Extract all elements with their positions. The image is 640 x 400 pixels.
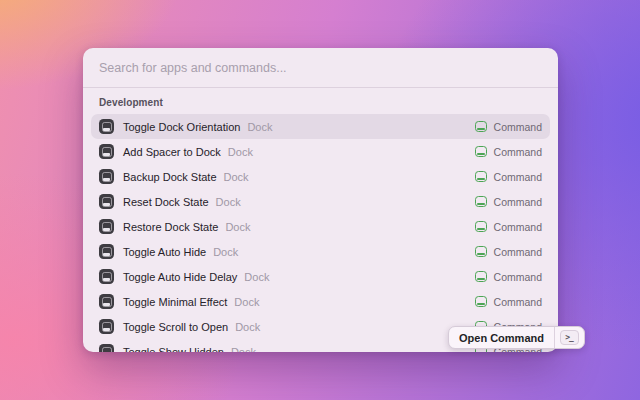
launcher-window: Development Toggle Dock Orientation Dock… (83, 48, 558, 352)
command-subtitle: Dock (224, 171, 249, 183)
dock-bar-glyph (103, 278, 110, 281)
command-type-label: Command (494, 121, 542, 133)
section-header-development: Development (91, 88, 550, 114)
list-item[interactable]: Toggle Minimal Effect Dock Command (91, 289, 550, 314)
terminal-prompt-icon: >_ (560, 330, 579, 345)
command-type-icon (475, 146, 487, 157)
list-item[interactable]: Backup Dock State Dock Command (91, 164, 550, 189)
command-type-label: Command (494, 296, 542, 308)
search-bar (83, 48, 558, 88)
list-item[interactable]: Add Spacer to Dock Dock Command (91, 139, 550, 164)
command-subtitle: Dock (244, 271, 269, 283)
dock-bar-glyph (103, 153, 110, 156)
command-type-label: Command (494, 146, 542, 158)
command-title: Restore Dock State (123, 221, 218, 233)
command-subtitle: Dock (247, 121, 272, 133)
command-title: Reset Dock State (123, 196, 209, 208)
command-type-label: Command (494, 171, 542, 183)
dock-bar-glyph (103, 128, 110, 131)
command-title: Backup Dock State (123, 171, 217, 183)
command-subtitle: Dock (213, 246, 238, 258)
command-title: Toggle Scroll to Open (123, 321, 228, 333)
command-type-label: Command (494, 221, 542, 233)
command-subtitle: Dock (228, 146, 253, 158)
open-command-hint[interactable]: Open Command >_ (448, 326, 585, 349)
hint-divider (554, 327, 555, 348)
command-type-icon (475, 221, 487, 232)
dock-bar-glyph (103, 178, 110, 181)
list-item[interactable]: Toggle Dock Orientation Dock Command (91, 114, 550, 139)
command-title: Toggle Auto Hide (123, 246, 206, 258)
dock-bar-glyph (103, 328, 110, 331)
list-item[interactable]: Toggle Auto Hide Dock Command (91, 239, 550, 264)
command-type-icon (475, 246, 487, 257)
command-type-label: Command (494, 196, 542, 208)
command-subtitle: Dock (231, 346, 256, 353)
dock-app-icon (99, 144, 114, 159)
command-title: Add Spacer to Dock (123, 146, 221, 158)
command-type-icon (475, 296, 487, 307)
dock-app-icon (99, 244, 114, 259)
command-title: Toggle Show Hidden (123, 346, 224, 353)
command-type-label: Command (494, 246, 542, 258)
command-type-label: Command (494, 271, 542, 283)
open-command-label: Open Command (449, 332, 554, 344)
dock-app-icon (99, 169, 114, 184)
dock-bar-glyph (103, 253, 110, 256)
command-list: Development Toggle Dock Orientation Dock… (83, 88, 558, 352)
dock-app-icon (99, 194, 114, 209)
dock-bar-glyph (103, 228, 110, 231)
command-subtitle: Dock (225, 221, 250, 233)
list-item[interactable]: Reset Dock State Dock Command (91, 189, 550, 214)
command-subtitle: Dock (235, 321, 260, 333)
command-subtitle: Dock (234, 296, 259, 308)
list-item[interactable]: Restore Dock State Dock Command (91, 214, 550, 239)
command-type-icon (475, 121, 487, 132)
dock-bar-glyph (103, 303, 110, 306)
command-title: Toggle Auto Hide Delay (123, 271, 237, 283)
search-input[interactable] (99, 61, 542, 75)
list-item[interactable]: Toggle Auto Hide Delay Dock Command (91, 264, 550, 289)
command-title: Toggle Minimal Effect (123, 296, 227, 308)
dock-app-icon (99, 294, 114, 309)
command-type-icon (475, 171, 487, 182)
command-type-icon (475, 196, 487, 207)
dock-app-icon (99, 219, 114, 234)
command-subtitle: Dock (216, 196, 241, 208)
rows-container: Toggle Dock Orientation Dock Command Add… (91, 114, 550, 352)
dock-app-icon (99, 119, 114, 134)
dock-bar-glyph (103, 203, 110, 206)
command-type-icon (475, 271, 487, 282)
dock-app-icon (99, 319, 114, 334)
dock-app-icon (99, 344, 114, 352)
command-title: Toggle Dock Orientation (123, 121, 240, 133)
dock-app-icon (99, 269, 114, 284)
